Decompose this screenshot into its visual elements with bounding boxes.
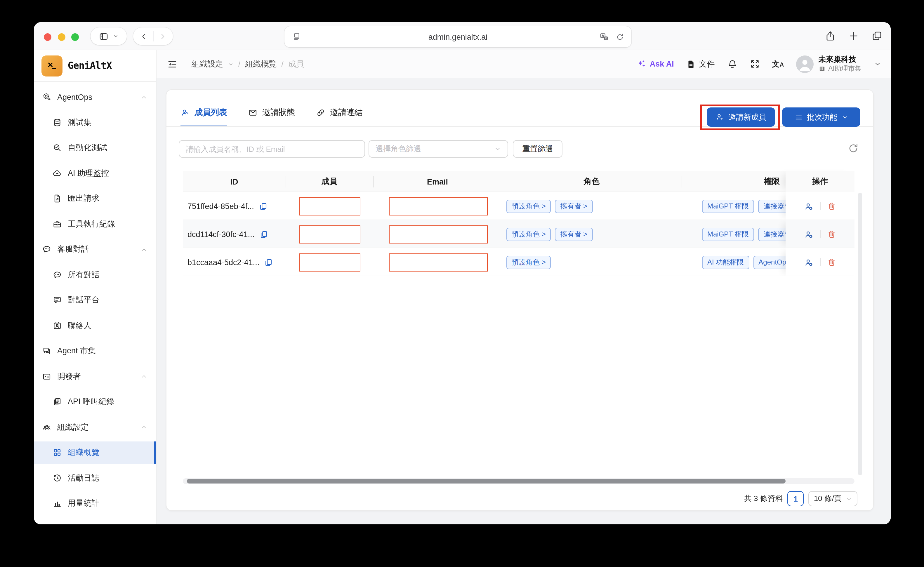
share-icon[interactable]: [825, 30, 836, 42]
refresh-icon[interactable]: [848, 142, 859, 154]
permission-tag[interactable]: MaiGPT 權限: [702, 228, 754, 241]
sidebar-item-agent-market[interactable]: Agent 市集: [34, 340, 156, 362]
copy-icon[interactable]: [264, 258, 273, 267]
tab-overview-icon[interactable]: [872, 30, 882, 42]
zoom-window-button[interactable]: [71, 33, 79, 41]
back-button[interactable]: [139, 32, 148, 40]
chevron-up-icon[interactable]: [141, 373, 147, 380]
translate-badge-icon[interactable]: [599, 32, 609, 42]
avatar: [796, 55, 814, 73]
manage-permissions-icon[interactable]: [804, 201, 814, 211]
sidebar-toggle-button[interactable]: [90, 27, 127, 45]
docs-button[interactable]: 文件: [686, 58, 715, 69]
brand-block[interactable]: GeniAltX: [34, 50, 156, 82]
sidebar-group-org-settings[interactable]: 組織設定: [34, 416, 156, 438]
role-filter-placeholder: 選擇角色篩選: [375, 144, 421, 154]
sidebar-group-agentops[interactable]: AgentOps: [34, 86, 156, 108]
sidebar-item-label: AI 助理監控: [68, 168, 109, 178]
breadcrumb-org-settings[interactable]: 組織設定: [192, 58, 223, 69]
member-id: b1ccaaa4-5dc2-41...: [188, 258, 260, 267]
table-row: 751ffed4-85eb-4f... 預設角色 > 擁有者 >: [183, 192, 855, 220]
sidebar-item-activity-log[interactable]: 活動日誌: [34, 467, 156, 489]
horizontal-scrollbar-thumb[interactable]: [187, 479, 786, 483]
sidebar-item-api-logs[interactable]: API 呼叫紀錄: [34, 391, 156, 413]
delete-icon[interactable]: [827, 230, 836, 239]
chevron-up-icon[interactable]: [141, 94, 147, 100]
sidebar: GeniAltX AgentOps 測試集 自動化測試: [34, 50, 156, 524]
collapse-sidebar-icon[interactable]: [167, 58, 177, 69]
org-account[interactable]: 未來巢科技 AI助理市集: [796, 55, 861, 73]
role-filter-select[interactable]: 選擇角色篩選: [369, 140, 508, 158]
role-tag[interactable]: 擁有者 >: [555, 228, 593, 241]
header-divider: [286, 176, 286, 188]
sidebar-item-org-overview[interactable]: 組織概覽: [34, 441, 156, 464]
file-export-icon: [52, 194, 62, 203]
close-window-button[interactable]: [44, 33, 51, 41]
redaction-box-member: [299, 253, 360, 271]
address-bar[interactable]: admin.genialtx.ai: [285, 26, 632, 47]
permission-tag[interactable]: MaiGPT 權限: [702, 200, 754, 213]
manage-permissions-icon[interactable]: [804, 229, 814, 239]
search-check-icon: [52, 143, 62, 152]
role-tag[interactable]: 預設角色 >: [506, 228, 551, 241]
sidebar-group-developer[interactable]: 開發者: [34, 365, 156, 387]
sidebar-group-support-chat[interactable]: 客服對話: [34, 238, 156, 260]
sidebar-item-export-requests[interactable]: 匯出請求: [34, 188, 156, 210]
sidebar-item-test-sets[interactable]: 測試集: [34, 111, 156, 134]
person-plus-icon: [716, 113, 724, 122]
fullscreen-icon[interactable]: [750, 59, 760, 69]
role-tag[interactable]: 預設角色 >: [506, 200, 551, 213]
sidebar-item-label: 開發者: [57, 371, 81, 382]
forward-button[interactable]: [158, 32, 167, 40]
tab-member-list[interactable]: 成員列表: [180, 108, 227, 127]
browser-window: admin.genialtx.ai: [34, 22, 891, 524]
docs-icon: [52, 397, 62, 406]
col-header-id: ID: [183, 171, 286, 192]
manage-permissions-icon[interactable]: [804, 257, 814, 267]
reload-icon[interactable]: [616, 32, 624, 41]
tab-invite-status[interactable]: 邀請狀態: [248, 108, 295, 127]
building-icon: [818, 65, 826, 72]
app-frame: GeniAltX AgentOps 測試集 自動化測試: [34, 50, 891, 524]
sidebar-item-auto-test[interactable]: 自動化測試: [34, 136, 156, 159]
redaction-box-member: [299, 225, 360, 243]
permission-tag[interactable]: AI 功能權限: [702, 255, 749, 269]
role-tag[interactable]: 預設角色 >: [506, 255, 551, 269]
mail-icon: [248, 108, 258, 117]
invite-member-button[interactable]: 邀請新成員: [707, 108, 775, 127]
new-tab-icon[interactable]: [848, 30, 859, 42]
chevron-up-icon[interactable]: [141, 424, 147, 430]
page-1-button[interactable]: 1: [788, 491, 804, 506]
batch-actions-button[interactable]: 批次功能: [782, 108, 860, 127]
url-text[interactable]: admin.genialtx.ai: [285, 32, 632, 41]
breadcrumb-org-overview[interactable]: 組織概覽: [245, 58, 277, 69]
sidebar-item-contacts[interactable]: 聯絡人: [34, 315, 156, 337]
sidebar-item-label: API 呼叫紀錄: [68, 396, 114, 407]
delete-icon[interactable]: [827, 201, 836, 211]
minimize-window-button[interactable]: [58, 33, 65, 41]
sidebar-item-label: 組織概覽: [68, 447, 99, 458]
tab-invite-link[interactable]: 邀請連結: [316, 108, 363, 127]
page-size-select[interactable]: 10 條/頁: [808, 491, 857, 506]
chevron-up-icon[interactable]: [141, 246, 147, 252]
copy-icon[interactable]: [259, 202, 267, 210]
copy-icon[interactable]: [259, 230, 268, 238]
vertical-scrollbar[interactable]: [858, 193, 862, 476]
reset-filters-button[interactable]: 重置篩選: [513, 140, 562, 158]
ask-ai-button[interactable]: Ask AI: [637, 59, 674, 69]
sidebar-item-all-conversations[interactable]: 所有對話: [34, 264, 156, 286]
delete-icon[interactable]: [827, 258, 836, 267]
chevron-down-icon[interactable]: [228, 61, 234, 67]
language-switch-icon[interactable]: 文A: [772, 58, 784, 69]
sidebar-item-usage-stats[interactable]: 用量統計: [34, 492, 156, 514]
member-search-input[interactable]: [179, 140, 365, 158]
sidebar-item-ai-monitor[interactable]: AI 助理監控: [34, 162, 156, 184]
header-divider: [502, 176, 502, 188]
sidebar-item-tool-logs[interactable]: 工具執行紀錄: [34, 213, 156, 235]
sidebar-item-chat-platforms[interactable]: 對話平台: [34, 289, 156, 311]
table-row: dcd114cf-30fc-41... 預設角色 > 擁有者 >: [183, 220, 855, 248]
bell-icon[interactable]: [727, 58, 738, 69]
pagination: 共 3 條資料 1 10 條/頁: [744, 491, 857, 506]
account-chevron-down-icon[interactable]: [874, 60, 881, 68]
role-tag[interactable]: 擁有者 >: [555, 200, 593, 213]
